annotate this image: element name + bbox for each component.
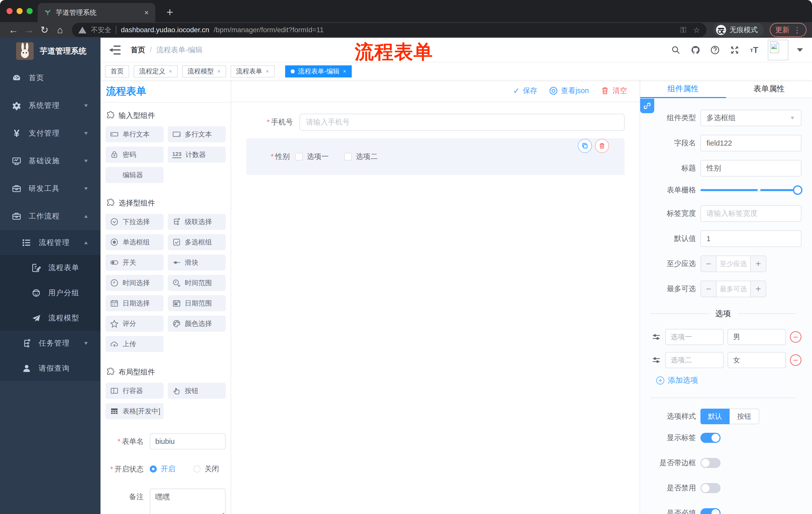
palette-item-date-range[interactable]: 日期范围: [168, 295, 226, 311]
tag-process-model[interactable]: 流程模型 ×: [182, 65, 226, 77]
radio-on-label[interactable]: 开启: [161, 464, 175, 474]
forward-icon[interactable]: →: [21, 24, 37, 36]
remove-option-button[interactable]: −: [790, 354, 802, 366]
sidebar-item-process-mgmt[interactable]: 流程管理 ▲: [0, 230, 100, 255]
palette-item-cascader[interactable]: 级联选择: [168, 214, 226, 230]
font-size-icon[interactable]: тT: [748, 44, 760, 56]
tag-close-icon[interactable]: ×: [266, 68, 269, 75]
form-name-input[interactable]: biubiu: [150, 433, 226, 450]
checkbox[interactable]: [344, 153, 352, 160]
sidebar-item-user-group[interactable]: 用户分组: [0, 280, 100, 305]
label-width-input[interactable]: 请输入标签宽度: [700, 205, 802, 222]
palette-item-button[interactable]: 按钮: [168, 383, 226, 399]
tag-process-form-edit[interactable]: 流程表单-编辑 ×: [285, 65, 352, 77]
palette-item-editor[interactable]: 编辑器: [106, 167, 164, 183]
palette-item-slider[interactable]: 滑块: [168, 254, 226, 271]
required-switch[interactable]: [700, 508, 721, 514]
tab-component-props[interactable]: 组件属性: [640, 80, 726, 98]
style-default-button[interactable]: 默认: [700, 409, 730, 424]
form-grid-slider[interactable]: [700, 189, 798, 191]
browser-update-button[interactable]: 更新 ⋮: [770, 23, 807, 37]
not-secure-label[interactable]: 不安全: [91, 25, 111, 34]
title-input[interactable]: 性别: [700, 160, 802, 177]
bookmark-star-icon[interactable]: ☆: [693, 26, 700, 34]
palette-item-textarea[interactable]: 多行文本: [168, 126, 226, 142]
tab-form-props[interactable]: 表单属性: [726, 80, 812, 98]
search-icon[interactable]: [670, 44, 682, 56]
maximize-window-button[interactable]: [27, 8, 33, 14]
drag-handle-icon[interactable]: [651, 332, 661, 342]
macos-window-controls[interactable]: [6, 8, 33, 14]
option-value-input[interactable]: 男: [728, 329, 786, 345]
help-icon[interactable]: [709, 44, 721, 56]
save-button[interactable]: ✓ 保存: [513, 86, 538, 96]
sidebar-item-system[interactable]: 系统管理 ▼: [0, 92, 100, 119]
home-icon[interactable]: ⌂: [52, 24, 68, 36]
add-option-button[interactable]: + 添加选项: [656, 375, 802, 385]
sidebar-item-workflow[interactable]: 工作流程 ▲: [0, 202, 100, 230]
gender-option-1[interactable]: 选项一: [295, 152, 329, 162]
avatar-caret-icon[interactable]: [797, 48, 803, 52]
show-label-switch[interactable]: [700, 433, 721, 443]
palette-item-single-text[interactable]: 单行文本: [106, 126, 164, 142]
style-button-button[interactable]: 按钮: [730, 409, 759, 424]
decrement-button[interactable]: −: [701, 281, 717, 297]
palette-item-upload[interactable]: 上传: [106, 336, 164, 352]
palette-item-radio-group[interactable]: 单选框组: [106, 234, 164, 250]
palette-item-time-picker[interactable]: 时间选择: [106, 275, 164, 291]
clear-button[interactable]: 清空: [601, 86, 627, 96]
tag-close-icon[interactable]: ×: [343, 68, 346, 75]
phone-field[interactable]: *手机号 请输入手机号: [246, 114, 625, 131]
component-type-select[interactable]: 多选框组 ▼: [700, 110, 802, 126]
selected-component-gender[interactable]: *性别 选项一 选项二: [246, 138, 625, 175]
close-window-button[interactable]: [6, 8, 12, 14]
palette-item-select[interactable]: 下拉选择: [106, 214, 164, 230]
password-key-icon[interactable]: ⚿: [680, 26, 686, 34]
tag-process-form[interactable]: 流程表单 ×: [231, 65, 274, 77]
field-name-input[interactable]: field122: [700, 135, 802, 152]
sidebar-collapse-icon[interactable]: [110, 46, 121, 55]
radio-off-label[interactable]: 关闭: [204, 464, 219, 474]
palette-item-table[interactable]: 表格[开发中]: [106, 403, 164, 419]
disabled-switch[interactable]: [700, 483, 721, 493]
back-icon[interactable]: ←: [5, 24, 21, 36]
drag-handle-icon[interactable]: [651, 355, 661, 365]
radio-off[interactable]: [194, 465, 201, 472]
option-value-input[interactable]: 女: [728, 352, 786, 368]
increment-button[interactable]: +: [750, 256, 766, 272]
reload-icon[interactable]: ↻: [37, 24, 52, 36]
palette-item-date-picker[interactable]: 日期选择: [106, 295, 164, 311]
checkbox[interactable]: [295, 153, 303, 160]
remove-option-button[interactable]: −: [790, 331, 802, 343]
sidebar-item-task-mgmt[interactable]: 任务管理 ▼: [0, 331, 100, 356]
sidebar-item-infra[interactable]: 基础设施 ▼: [0, 147, 100, 175]
palette-item-color-picker[interactable]: 颜色选择: [168, 316, 226, 332]
browser-tab[interactable]: 芋道管理系统 ×: [38, 3, 155, 22]
link-tab[interactable]: [640, 99, 654, 113]
min-select-value[interactable]: 至少应选: [717, 256, 750, 272]
sidebar-item-payment[interactable]: ¥ 支付管理 ▼: [0, 119, 100, 147]
radio-on[interactable]: [150, 465, 157, 472]
tag-home[interactable]: 首页: [105, 65, 129, 77]
palette-item-row-container[interactable]: 行容器: [106, 383, 164, 399]
copy-component-button[interactable]: [578, 139, 592, 153]
option-label-input[interactable]: 选项一: [665, 329, 724, 345]
sidebar-item-home[interactable]: 首页: [0, 64, 100, 92]
browser-menu-kebab-icon[interactable]: ⋮: [793, 26, 801, 34]
new-tab-button[interactable]: +: [163, 5, 177, 19]
default-value-input[interactable]: 1: [700, 231, 802, 247]
tag-close-icon[interactable]: ×: [217, 68, 221, 75]
option-label-input[interactable]: 选项二: [665, 352, 724, 368]
max-select-value[interactable]: 最多可选: [717, 281, 750, 297]
gender-option-2[interactable]: 选项二: [344, 152, 378, 162]
sidebar-item-process-model[interactable]: 流程模型: [0, 305, 100, 331]
sidebar-item-process-form[interactable]: 流程表单: [0, 255, 100, 280]
address-bar[interactable]: 不安全 dashboard.yudao.iocoder.cn /bpm/mana…: [72, 23, 706, 37]
palette-item-counter[interactable]: 123 计数器: [168, 146, 226, 163]
palette-item-password[interactable]: 密码: [106, 146, 164, 163]
github-icon[interactable]: [689, 44, 701, 56]
tag-process-definition[interactable]: 流程定义 ×: [134, 65, 178, 77]
delete-component-button[interactable]: [595, 139, 609, 153]
slider-handle[interactable]: [793, 185, 803, 195]
palette-item-switch[interactable]: 开关: [106, 254, 164, 271]
